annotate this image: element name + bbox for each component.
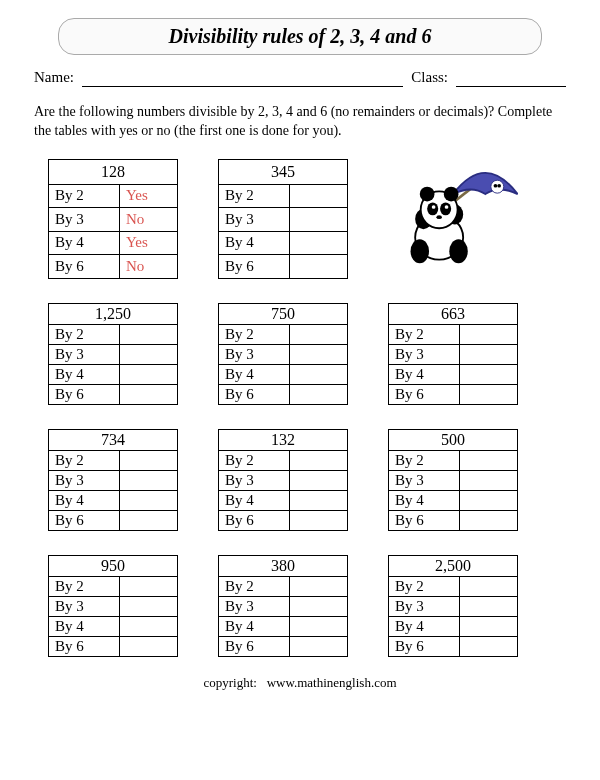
divisor-label: By 3 <box>219 344 290 364</box>
divisor-label: By 2 <box>219 576 290 596</box>
class-field[interactable] <box>456 69 566 87</box>
answer-cell[interactable] <box>289 364 347 384</box>
class-label: Class: <box>411 69 448 87</box>
answer-cell[interactable] <box>289 255 347 279</box>
answer-cell[interactable] <box>119 470 177 490</box>
answer-cell[interactable] <box>119 490 177 510</box>
box-number: 1,250 <box>49 303 178 324</box>
box-number: 2,500 <box>389 555 518 576</box>
answer-cell[interactable] <box>289 596 347 616</box>
answer-cell[interactable] <box>119 450 177 470</box>
worksheet-grid: 128 By 2 Yes By 3 No By 4 Yes By 6 No 34… <box>48 159 572 657</box>
answer-cell[interactable] <box>119 616 177 636</box>
divisibility-box: 2,500 By 2 By 3 By 4 By 6 <box>388 555 518 657</box>
svg-point-15 <box>436 215 442 219</box>
divisor-label: By 2 <box>389 576 460 596</box>
instructions: Are the following numbers divisible by 2… <box>34 103 566 141</box>
divisibility-box: 950 By 2 By 3 By 4 By 6 <box>48 555 178 657</box>
divisor-label: By 6 <box>389 510 460 530</box>
divisor-label: By 4 <box>49 364 120 384</box>
divisor-label: By 3 <box>49 344 120 364</box>
box-number: 663 <box>389 303 518 324</box>
answer-cell[interactable] <box>119 576 177 596</box>
panda-umbrella-icon <box>388 159 518 279</box>
divisor-label: By 2 <box>49 576 120 596</box>
answer-cell[interactable] <box>119 364 177 384</box>
answer-cell[interactable] <box>119 636 177 656</box>
answer-cell[interactable] <box>459 510 517 530</box>
divisor-label: By 6 <box>49 255 120 279</box>
answer-cell[interactable] <box>289 470 347 490</box>
answer-cell[interactable]: Yes <box>119 184 177 208</box>
divisor-label: By 6 <box>389 384 460 404</box>
answer-cell[interactable] <box>289 344 347 364</box>
svg-point-2 <box>497 184 501 188</box>
answer-cell[interactable] <box>459 490 517 510</box>
answer-cell[interactable] <box>459 344 517 364</box>
answer-cell[interactable] <box>119 596 177 616</box>
answer-cell[interactable] <box>459 576 517 596</box>
svg-point-14 <box>445 205 449 209</box>
answer-cell[interactable] <box>289 208 347 232</box>
svg-point-13 <box>432 205 436 209</box>
divisor-label: By 3 <box>219 596 290 616</box>
answer-cell[interactable] <box>459 596 517 616</box>
divisibility-box: 1,250 By 2 By 3 By 4 By 6 <box>48 303 178 405</box>
divisor-label: By 3 <box>49 596 120 616</box>
divisor-label: By 2 <box>49 450 120 470</box>
answer-cell[interactable] <box>289 576 347 596</box>
svg-point-1 <box>494 184 498 188</box>
divisor-label: By 2 <box>49 184 120 208</box>
answer-cell[interactable]: Yes <box>119 231 177 255</box>
divisor-label: By 6 <box>219 636 290 656</box>
svg-point-4 <box>411 239 429 263</box>
answer-cell[interactable] <box>459 364 517 384</box>
name-label: Name: <box>34 69 74 87</box>
answer-cell[interactable] <box>289 184 347 208</box>
answer-cell[interactable] <box>119 510 177 530</box>
divisor-label: By 6 <box>49 510 120 530</box>
svg-point-10 <box>444 186 459 201</box>
copyright: copyright: www.mathinenglish.com <box>28 675 572 691</box>
divisor-label: By 3 <box>389 344 460 364</box>
divisor-label: By 3 <box>219 208 290 232</box>
answer-cell[interactable] <box>289 616 347 636</box>
divisor-label: By 4 <box>49 490 120 510</box>
divisibility-box: 345 By 2 By 3 By 4 By 6 <box>218 159 348 279</box>
answer-cell[interactable] <box>289 231 347 255</box>
answer-cell[interactable] <box>119 344 177 364</box>
answer-cell[interactable] <box>459 324 517 344</box>
svg-point-12 <box>440 202 451 215</box>
answer-cell[interactable] <box>119 384 177 404</box>
box-number: 380 <box>219 555 348 576</box>
divisor-label: By 2 <box>389 450 460 470</box>
answer-cell[interactable] <box>289 450 347 470</box>
answer-cell[interactable] <box>289 490 347 510</box>
svg-point-5 <box>449 239 467 263</box>
divisor-label: By 6 <box>219 384 290 404</box>
divisor-label: By 3 <box>49 208 120 232</box>
box-number: 128 <box>49 159 178 184</box>
answer-cell[interactable] <box>459 616 517 636</box>
answer-cell[interactable] <box>459 384 517 404</box>
divisibility-box: 500 By 2 By 3 By 4 By 6 <box>388 429 518 531</box>
answer-cell[interactable]: No <box>119 255 177 279</box>
answer-cell[interactable]: No <box>119 208 177 232</box>
divisor-label: By 6 <box>219 255 290 279</box>
box-number: 345 <box>219 159 348 184</box>
divisor-label: By 3 <box>389 470 460 490</box>
divisibility-box: 750 By 2 By 3 By 4 By 6 <box>218 303 348 405</box>
answer-cell[interactable] <box>459 450 517 470</box>
answer-cell[interactable] <box>459 636 517 656</box>
answer-cell[interactable] <box>289 324 347 344</box>
answer-cell[interactable] <box>289 636 347 656</box>
answer-cell[interactable] <box>119 324 177 344</box>
answer-cell[interactable] <box>289 510 347 530</box>
divisor-label: By 6 <box>389 636 460 656</box>
answer-cell[interactable] <box>459 470 517 490</box>
divisibility-box: 734 By 2 By 3 By 4 By 6 <box>48 429 178 531</box>
divisor-label: By 2 <box>219 450 290 470</box>
divisor-label: By 6 <box>49 384 120 404</box>
answer-cell[interactable] <box>289 384 347 404</box>
name-field[interactable] <box>82 69 403 87</box>
